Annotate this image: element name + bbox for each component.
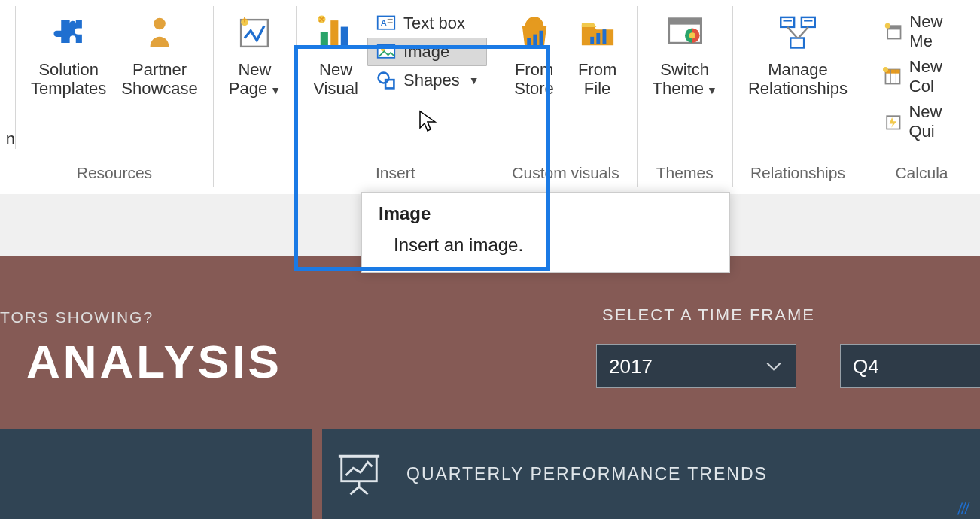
svg-line-46 [954,503,966,515]
chevron-down-icon [764,357,784,376]
measure-icon [883,20,903,43]
from-store-button[interactable]: FromStore [503,6,566,99]
svg-rect-15 [533,35,537,46]
text-box-icon: A [375,12,397,35]
svg-rect-20 [590,37,594,44]
new-visual-button[interactable]: NewVisual [304,6,367,99]
new-measure-label: New Me [909,12,965,51]
image-label: Image [403,42,449,62]
shapes-button[interactable]: Shapes▼ [367,66,486,95]
group-resources-label: Resources [77,164,152,187]
group-custom-visuals-label: Custom visuals [512,164,619,187]
svg-line-47 [957,502,969,514]
text-box-button[interactable]: A Text box [367,9,486,38]
new-quick-measure-button[interactable]: New Qui [875,99,972,144]
partner-showcase-label: PartnerShowcase [121,60,198,99]
partner-showcase-button[interactable]: PartnerShowcase [114,6,205,99]
new-page-label: NewPage▼ [229,60,281,99]
year-slicer-value: 2017 [609,355,653,378]
person-icon [135,9,184,57]
group-insert-label: Insert [376,164,415,187]
new-page-button[interactable]: NewPage▼ [221,6,288,99]
ribbon: n SolutionTemplates PartnerShowcase Reso… [0,0,980,194]
tooltip-desc: Insert an image. [379,235,713,256]
svg-line-28 [787,27,797,38]
svg-line-44 [350,487,359,494]
svg-rect-16 [539,31,543,46]
year-slicer[interactable]: 2017 [596,344,796,388]
svg-point-39 [883,67,888,72]
quarter-slicer-value: Q4 [853,355,879,378]
new-measure-button[interactable]: New Me [875,9,972,54]
folder-chart-icon [574,9,622,57]
svg-line-29 [799,27,808,38]
new-quick-label: New Qui [908,102,965,141]
shapes-icon [375,69,397,92]
quarter-slicer[interactable]: Q4 [840,344,980,388]
manage-relationships-button[interactable]: ManageRelationships [741,6,855,99]
new-page-icon [230,9,278,57]
group-calculations-label: Calcula [895,164,948,187]
group-insert: NewVisual A Text box Image [297,6,495,187]
shapes-label: Shapes [403,71,460,90]
cursor-icon [418,110,437,132]
new-visual-label: NewVisual [313,60,358,99]
svg-rect-26 [802,17,815,27]
svg-point-0 [154,18,166,30]
svg-point-34 [884,23,890,29]
svg-point-13 [379,73,389,83]
quarterly-trends-label: QUARTERLY PERFORMANCE TRENDS [406,464,768,484]
group-custom-visuals: FromStore FromFile Custom visuals [495,6,638,187]
svg-rect-5 [341,27,348,49]
svg-rect-27 [790,38,804,48]
switch-theme-label: SwitchTheme▼ [653,60,717,99]
quarterly-trends-band: QUARTERLY PERFORMANCE TRENDS [322,429,980,519]
svg-rect-3 [321,32,328,48]
switch-theme-button[interactable]: SwitchTheme▼ [645,6,725,99]
group-calculations: New Me New Col New Qui Calcula [863,6,980,187]
svg-line-45 [359,487,368,494]
left-band [0,429,312,519]
svg-rect-17 [527,38,531,46]
ribbon-cutoff-left: n [0,6,16,149]
dropdown-caret-icon: ▼ [270,84,281,96]
from-store-label: FromStore [514,60,554,99]
group-resources: SolutionTemplates PartnerShowcase Resour… [16,6,214,187]
group-report: NewPage▼ [214,6,297,187]
text-box-label: Text box [403,14,465,33]
svg-rect-18 [596,33,600,44]
from-file-label: FromFile [578,60,616,99]
presentation-chart-icon [336,451,382,497]
group-relationships: ManageRelationships Relationships [733,6,863,187]
header-title-suffix: ANALYSIS [26,335,282,388]
column-icon [883,65,903,88]
manage-relationships-label: ManageRelationships [748,60,848,99]
svg-rect-41 [342,457,377,481]
image-button[interactable]: Image [367,38,486,66]
group-themes: SwitchTheme▼ Themes [638,6,733,187]
new-column-label: New Col [909,57,965,96]
svg-text:A: A [381,18,387,27]
header-question-suffix: TORS SHOWING? [0,308,154,326]
puzzle-icon [44,9,93,57]
svg-rect-4 [330,20,338,48]
tooltip: Image Insert an image. [361,192,730,273]
svg-rect-22 [669,19,701,25]
store-icon [510,9,558,57]
svg-rect-25 [781,17,794,27]
group-themes-label: Themes [656,164,714,187]
quick-icon [883,111,903,133]
bar-chart-icon [312,9,360,57]
dropdown-caret-icon: ▼ [469,74,479,86]
new-column-button[interactable]: New Col [875,54,972,99]
svg-rect-19 [602,29,606,44]
select-time-frame-label: SELECT A TIME FRAME [602,305,815,325]
dropdown-caret-icon: ▼ [707,84,717,96]
relationships-icon [774,9,822,57]
from-file-button[interactable]: FromFile [566,6,629,99]
tooltip-title: Image [379,203,713,224]
svg-point-24 [689,32,695,38]
solution-templates-label: SolutionTemplates [31,60,106,99]
solution-templates-button[interactable]: SolutionTemplates [23,6,114,99]
group-relationships-label: Relationships [750,164,845,187]
